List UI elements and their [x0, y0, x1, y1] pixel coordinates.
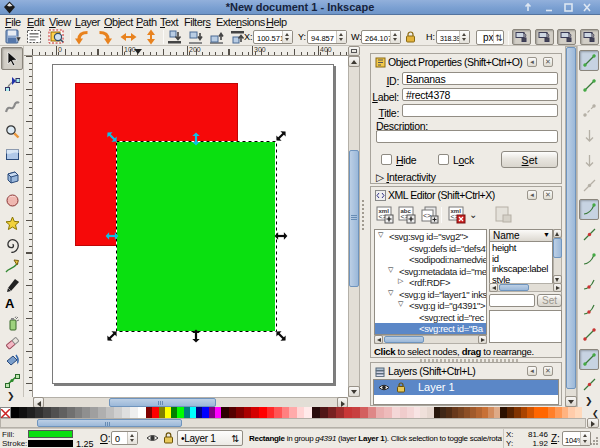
- svg-text:<>: <>: [423, 212, 431, 219]
